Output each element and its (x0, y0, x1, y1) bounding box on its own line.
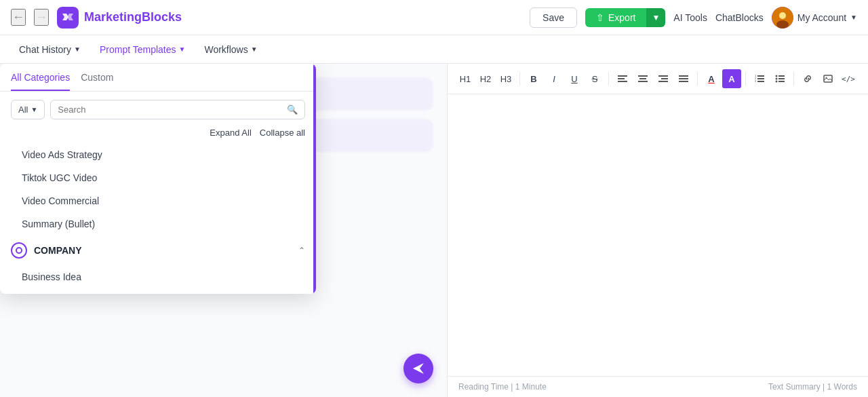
list-item-video-commercial[interactable]: Video Commercial (0, 189, 316, 212)
expand-collapse-row: Expand All Collapse all (0, 128, 316, 143)
logo-text-marketing: Marketing (84, 10, 142, 24)
filter-value: All (18, 105, 28, 115)
toolbar-divider-4 (745, 72, 746, 86)
dropdown-list: Video Ads Strategy Tiktok UGC Video Vide… (0, 143, 316, 294)
svg-point-24 (776, 78, 778, 80)
svg-text:3: 3 (755, 79, 757, 83)
send-icon (412, 362, 425, 375)
h3-button[interactable]: H3 (496, 69, 515, 88)
workflows-nav[interactable]: Workflows ▼ (196, 40, 265, 59)
top-nav: ← → MarketingBlocks Save ⇧ Export ▼ AI T… (0, 0, 868, 35)
workflows-chevron-icon: ▼ (251, 45, 258, 53)
nav-forward-button[interactable]: → (34, 9, 49, 26)
tab-custom[interactable]: Custom (81, 72, 113, 91)
align-right-icon (658, 74, 668, 83)
svg-rect-28 (824, 75, 832, 82)
ai-tools-button[interactable]: AI Tools (673, 12, 707, 23)
search-box[interactable]: 🔍 (50, 100, 305, 119)
align-center-button[interactable] (633, 69, 652, 88)
svg-rect-5 (618, 78, 625, 79)
unordered-list-button[interactable] (770, 69, 789, 88)
export-button-group: ⇧ Export ▼ (585, 8, 665, 27)
logo: MarketingBlocks (57, 7, 182, 29)
export-dropdown-button[interactable]: ▼ (646, 8, 665, 27)
chat-history-nav[interactable]: Chat History ▼ (11, 40, 89, 59)
my-account[interactable]: My Account ▼ (772, 7, 857, 29)
image-icon (823, 74, 833, 83)
expand-all-button[interactable]: Expand All (210, 128, 251, 138)
my-account-label: My Account (797, 12, 846, 23)
list-item-tiktok-ugc-video[interactable]: Tiktok UGC Video (0, 166, 316, 189)
chatblocks-button[interactable]: ChatBlocks (715, 12, 764, 23)
align-justify-icon (679, 74, 688, 83)
svg-rect-4 (618, 75, 627, 77)
h2-button[interactable]: H2 (476, 69, 495, 88)
svg-point-3 (776, 20, 789, 29)
ordered-list-icon: 123 (755, 74, 764, 83)
export-icon: ⇧ (596, 12, 604, 23)
link-icon (803, 74, 812, 83)
svg-rect-17 (757, 78, 764, 79)
company-label: COMPANY (34, 245, 82, 256)
filter-chevron-icon: ▼ (31, 106, 37, 113)
align-left-button[interactable] (613, 69, 632, 88)
code-button[interactable]: </> (839, 69, 858, 88)
dropdown-tabs: All Categories Custom (0, 64, 316, 92)
svg-rect-9 (638, 81, 648, 82)
bold-button[interactable]: B (524, 69, 543, 88)
chat-history-chevron-icon: ▼ (74, 45, 81, 53)
reading-time: Reading Time | 1 Minute (458, 382, 547, 392)
ordered-list-button[interactable]: 123 (750, 69, 769, 88)
text-summary: Text Summary | 1 Words (768, 382, 857, 392)
search-input[interactable] (58, 105, 283, 115)
send-message-button[interactable] (403, 354, 433, 383)
align-center-icon (638, 74, 648, 83)
category-filter-select[interactable]: All ▼ (11, 100, 45, 119)
underline-button[interactable]: U (565, 69, 584, 88)
strikethrough-button[interactable]: S (585, 69, 604, 88)
svg-rect-8 (639, 78, 646, 79)
prompt-templates-nav[interactable]: Prompt Templates ▼ (92, 40, 193, 59)
h1-button[interactable]: H1 (456, 69, 475, 88)
svg-rect-25 (778, 78, 785, 79)
image-button[interactable] (818, 69, 837, 88)
category-company[interactable]: COMPANY ⌃ (0, 235, 316, 265)
nav-back-button[interactable]: ← (11, 9, 26, 26)
workflows-label: Workflows (204, 44, 248, 55)
save-button[interactable]: Save (530, 7, 577, 28)
svg-point-22 (776, 75, 778, 77)
logo-icon (57, 7, 79, 29)
list-item-video-ads-strategy[interactable]: Video Ads Strategy (0, 143, 316, 166)
toolbar-divider-3 (697, 72, 698, 86)
account-chevron-icon: ▼ (850, 14, 857, 21)
italic-button[interactable]: I (545, 69, 564, 88)
chat-history-label: Chat History (19, 44, 71, 55)
left-panel: cape es la ta, a sido cación en e utiliz… (0, 64, 448, 397)
collapse-all-button[interactable]: Collapse all (260, 128, 305, 138)
align-right-button[interactable] (654, 69, 673, 88)
text-highlight-button[interactable]: A (722, 69, 741, 88)
text-color-button[interactable]: A (702, 69, 721, 88)
toolbar-divider-2 (608, 72, 609, 86)
user-avatar (772, 7, 793, 29)
align-left-icon (618, 74, 627, 83)
list-item-summary-bullet[interactable]: Summary (Bullet) (0, 212, 316, 235)
svg-point-26 (776, 81, 778, 83)
svg-rect-18 (757, 81, 764, 82)
tab-all-categories[interactable]: All Categories (11, 72, 70, 91)
avatar-image (772, 7, 793, 29)
export-button[interactable]: ⇧ Export (585, 8, 646, 27)
svg-rect-13 (679, 75, 688, 77)
prompt-templates-label: Prompt Templates (100, 44, 176, 55)
toolbar-divider-1 (519, 72, 520, 86)
company-chevron-icon: ⌃ (298, 246, 305, 255)
svg-rect-16 (757, 75, 764, 77)
list-item-business-idea[interactable]: Business Idea (0, 265, 316, 288)
svg-rect-12 (658, 81, 668, 82)
link-button[interactable] (798, 69, 817, 88)
editor-area[interactable] (448, 94, 868, 376)
scroll-accent-bar (313, 64, 316, 294)
align-justify-button[interactable] (674, 69, 693, 88)
svg-rect-11 (661, 78, 668, 79)
svg-point-2 (779, 12, 786, 19)
